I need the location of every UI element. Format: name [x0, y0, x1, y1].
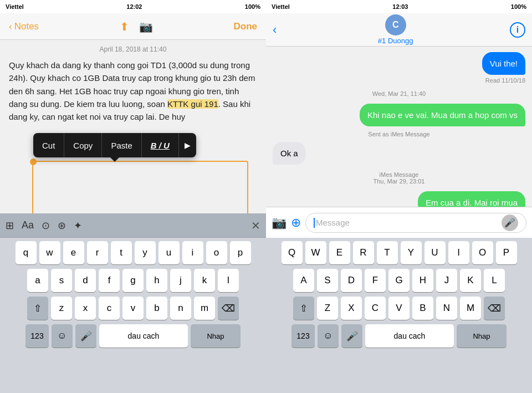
contact-initial: C — [392, 20, 399, 30]
contact-avatar: C — [385, 14, 406, 35]
key-emoji[interactable]: ☺ — [52, 324, 73, 348]
camera-icon[interactable]: 📷 — [139, 20, 153, 33]
left-key-row-2: a s d f g h j k l — [2, 269, 264, 292]
close-keyboard-icon[interactable]: ✕ — [251, 219, 260, 232]
message-time-2: iMes MessageThu, Mar 29, 23:01 — [273, 171, 525, 185]
right-key-V[interactable]: V — [388, 297, 410, 320]
bold-italic-underline-button[interactable]: B / U — [142, 133, 179, 157]
right-key-Z[interactable]: Z — [317, 297, 338, 320]
right-key-num[interactable]: 123 — [291, 324, 315, 348]
right-key-O[interactable]: O — [472, 241, 493, 264]
message-input[interactable]: Message 🎤 — [305, 213, 526, 233]
key-q[interactable]: q — [16, 241, 37, 264]
left-done-button[interactable]: Done — [234, 21, 258, 32]
cut-button[interactable]: Cut — [33, 133, 64, 157]
key-f[interactable]: f — [99, 269, 120, 292]
star-icon[interactable]: ✦ — [74, 220, 82, 232]
right-key-J[interactable]: J — [436, 269, 457, 292]
key-num-left[interactable]: 123 — [25, 324, 49, 348]
right-key-delete[interactable]: ⌫ — [484, 297, 505, 320]
right-key-E[interactable]: E — [329, 241, 350, 264]
key-b[interactable]: b — [146, 297, 167, 320]
right-key-emoji[interactable]: ☺ — [318, 324, 339, 348]
key-o[interactable]: o — [206, 241, 227, 264]
left-time: 12:02 — [126, 3, 142, 10]
key-w[interactable]: w — [39, 241, 60, 264]
key-e[interactable]: e — [63, 241, 84, 264]
key-a[interactable]: a — [27, 269, 48, 292]
key-shift[interactable]: ⇧ — [27, 297, 48, 320]
right-key-H[interactable]: H — [412, 269, 433, 292]
key-z[interactable]: z — [51, 297, 72, 320]
key-p[interactable]: p — [230, 241, 251, 264]
key-d[interactable]: d — [75, 269, 96, 292]
right-key-S[interactable]: S — [317, 269, 338, 292]
right-key-X[interactable]: X — [341, 297, 362, 320]
right-key-A[interactable]: A — [293, 269, 314, 292]
left-back-button[interactable]: ‹ Notes — [9, 21, 39, 32]
key-j[interactable]: j — [170, 269, 191, 292]
right-key-C[interactable]: C — [365, 297, 386, 320]
key-t[interactable]: t — [111, 241, 132, 264]
key-n[interactable]: n — [170, 297, 191, 320]
right-key-U[interactable]: U — [424, 241, 446, 264]
key-l[interactable]: l — [218, 269, 239, 292]
right-key-F[interactable]: F — [365, 269, 386, 292]
key-delete[interactable]: ⌫ — [218, 297, 239, 320]
right-back-button[interactable]: ‹ — [273, 23, 277, 37]
share-icon[interactable]: ⬆ — [120, 20, 129, 33]
key-space-left[interactable]: dau cach — [99, 324, 188, 348]
key-m[interactable]: m — [194, 297, 215, 320]
right-key-return[interactable]: Nhap — [457, 324, 507, 348]
right-key-row-1: Q W E R T Y U I O P — [268, 241, 530, 264]
right-key-row-2: A S D F G H J K L — [268, 269, 530, 292]
right-key-N[interactable]: N — [436, 297, 457, 320]
right-key-K[interactable]: K — [460, 269, 481, 292]
right-key-shift[interactable]: ⇧ — [293, 297, 314, 320]
key-g[interactable]: g — [122, 269, 144, 292]
note-text[interactable]: Quy khach da dang ky thanh cong goi TD1 … — [9, 59, 257, 123]
left-panel: Viettel 12:02 100% ‹ Notes ⬆ 📷 Done Apri… — [0, 0, 266, 393]
right-key-Q[interactable]: Q — [282, 241, 303, 264]
mic-button[interactable]: 🎤 — [502, 215, 518, 231]
key-i[interactable]: i — [182, 241, 203, 264]
right-key-B[interactable]: B — [412, 297, 433, 320]
right-carrier: Viettel — [272, 3, 290, 10]
right-key-P[interactable]: P — [496, 241, 517, 264]
left-keyboard: q w e r t y u i o p a s d f g h j k l — [0, 238, 266, 393]
hash-icon[interactable]: ⊛ — [58, 220, 66, 232]
right-key-D[interactable]: D — [341, 269, 362, 292]
key-v[interactable]: v — [122, 297, 144, 320]
right-key-R[interactable]: R — [353, 241, 374, 264]
right-key-W[interactable]: W — [305, 241, 326, 264]
key-h[interactable]: h — [146, 269, 167, 292]
key-k[interactable]: k — [194, 269, 215, 292]
key-x[interactable]: x — [75, 297, 96, 320]
key-y[interactable]: y — [135, 241, 156, 264]
contact-info-button[interactable]: i — [510, 22, 525, 38]
grid-icon[interactable]: ⊞ — [6, 220, 14, 232]
right-key-M[interactable]: M — [460, 297, 481, 320]
right-key-space[interactable]: dau cach — [365, 324, 454, 348]
key-return-left[interactable]: Nhap — [191, 324, 241, 348]
key-s[interactable]: s — [51, 269, 72, 292]
right-key-T[interactable]: T — [377, 241, 398, 264]
right-key-G[interactable]: G — [388, 269, 410, 292]
right-battery: 100% — [511, 3, 526, 10]
right-key-Y[interactable]: Y — [401, 241, 422, 264]
copy-button[interactable]: Copy — [64, 133, 102, 157]
messages-area: Vui the! Read 11/10/18 Wed, Mar 21, 11:4… — [266, 47, 532, 207]
apps-button[interactable]: ⊕ — [291, 216, 301, 230]
paste-button[interactable]: Paste — [102, 133, 141, 157]
right-key-mic[interactable]: 🎤 — [341, 324, 362, 348]
more-menu-arrow-icon[interactable]: ▶ — [179, 133, 196, 157]
font-icon[interactable]: Aa — [22, 220, 34, 231]
key-c[interactable]: c — [99, 297, 120, 320]
key-mic[interactable]: 🎤 — [75, 324, 96, 348]
right-key-L[interactable]: L — [484, 269, 505, 292]
clock-icon[interactable]: ⊙ — [42, 220, 50, 232]
right-key-I[interactable]: I — [448, 241, 469, 264]
camera-button[interactable]: 📷 — [272, 216, 287, 230]
key-r[interactable]: r — [87, 241, 108, 264]
key-u[interactable]: u — [158, 241, 180, 264]
